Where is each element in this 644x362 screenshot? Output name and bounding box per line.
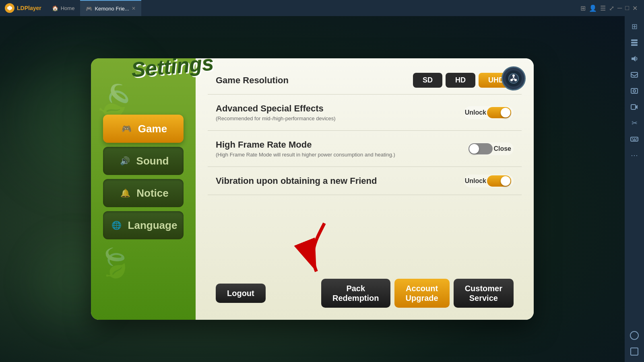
home-icon: 🏠 <box>52 5 58 11</box>
sidebar-record-icon[interactable] <box>627 100 642 114</box>
bottom-right-buttons: Pack Redemption Account Upgrade Customer… <box>321 279 514 308</box>
svg-point-15 <box>630 331 638 339</box>
resize-icon[interactable]: ⤢ <box>609 4 614 12</box>
game-tab-icon: 🎮 <box>86 6 92 12</box>
svg-rect-8 <box>631 105 636 109</box>
window-controls: ⊞ 👤 ☰ ⤢ ─ □ ✕ <box>580 4 644 12</box>
svg-rect-14 <box>633 140 636 140</box>
svg-rect-16 <box>631 348 638 355</box>
svg-rect-3 <box>631 44 638 46</box>
window-close-icon[interactable]: ✕ <box>632 4 638 12</box>
svg-point-7 <box>633 90 636 92</box>
settings-close-button[interactable] <box>502 66 526 90</box>
logout-button[interactable]: Logout <box>216 284 266 303</box>
tab-kemono[interactable]: 🎮 Kemono Frie... ✕ <box>80 0 141 16</box>
sound-nav-icon: 🔊 <box>118 154 132 168</box>
sidebar-volume-icon[interactable] <box>627 51 642 66</box>
notice-nav-icon: 🔔 <box>118 186 132 200</box>
nav-language-button[interactable]: 🌐 Language <box>103 211 184 239</box>
sidebar-circle-icon[interactable] <box>627 328 642 343</box>
vibration-row: Vibration upon obtaining a new Friend Un… <box>208 167 522 195</box>
sidebar-square-icon[interactable] <box>627 344 642 359</box>
special-effects-sub: (Recommended for mid-/high-performance d… <box>216 115 464 121</box>
special-effects-toggle-label: Unlock <box>465 109 486 116</box>
nav-notice-button[interactable]: 🔔 Notice <box>103 179 184 207</box>
frame-rate-label: High Frame Rate Mode <box>216 140 468 150</box>
logo-icon <box>5 3 14 13</box>
account-icon[interactable]: 👤 <box>589 4 597 12</box>
special-effects-row: Advanced Special Effects (Recommended fo… <box>208 95 522 131</box>
main-area: Settings 🍃 🎮 Game 🔊 <box>0 16 625 362</box>
toggle-knob <box>501 108 510 117</box>
settings-sidebar: 🍃 🎮 Game 🔊 Sound 🔔 Notice 🌐 Language 🍃 <box>91 58 196 320</box>
toggle-knob-2 <box>469 144 479 154</box>
account-upgrade-button[interactable]: Account Upgrade <box>394 279 450 308</box>
resolution-label: Game Resolution <box>216 75 289 86</box>
svg-rect-12 <box>634 138 635 139</box>
special-effects-toggle-wrap: Unlock <box>464 106 514 119</box>
settings-content: Game Resolution SD HD UHD Advanced Speci… <box>196 58 534 320</box>
svg-marker-4 <box>632 56 636 62</box>
sidebar-keyboard-icon[interactable] <box>627 132 642 146</box>
nav-sound-button[interactable]: 🔊 Sound <box>103 147 184 175</box>
svg-point-18 <box>512 74 515 77</box>
svg-rect-11 <box>632 138 633 139</box>
nav-game-button[interactable]: 🎮 Game <box>103 115 184 143</box>
frame-rate-toggle[interactable] <box>469 143 493 154</box>
hd-button[interactable]: HD <box>446 73 475 88</box>
sidebar-scissors-icon[interactable]: ✂ <box>627 116 642 130</box>
svg-rect-2 <box>631 42 638 43</box>
sidebar-grid-icon[interactable]: ⊞ <box>627 19 642 34</box>
resolution-buttons: SD HD UHD <box>413 73 514 88</box>
special-effects-toggle[interactable] <box>487 107 511 118</box>
frame-rate-toggle-wrap: Close <box>468 142 514 155</box>
sidebar-screenshot-icon[interactable] <box>627 84 642 98</box>
svg-rect-1 <box>631 39 638 41</box>
svg-rect-13 <box>636 138 637 139</box>
svg-marker-0 <box>7 6 12 10</box>
maximize-icon[interactable]: □ <box>625 4 629 12</box>
sidebar-table-icon[interactable] <box>627 35 642 50</box>
logo: LDPlayer <box>0 3 46 13</box>
settings-bottom: Logout Pack Redemption Account Upgrade C… <box>208 272 522 312</box>
special-effects-label: Advanced Special Effects <box>216 103 464 114</box>
tab-close-icon[interactable]: ✕ <box>132 6 136 11</box>
grid-icon[interactable]: ⊞ <box>580 4 586 12</box>
resolution-row: Game Resolution SD HD UHD <box>208 66 522 95</box>
frame-rate-sub: (High Frame Rate Mode will result in hig… <box>216 152 468 158</box>
svg-rect-6 <box>631 88 638 93</box>
vibration-toggle-label: Unlock <box>465 177 486 185</box>
pack-redemption-button[interactable]: Pack Redemption <box>321 279 390 308</box>
right-sidebar: ⊞ ✂ <box>625 16 644 362</box>
vibration-label: Vibration upon obtaining a new Friend <box>216 176 377 186</box>
tab-home[interactable]: 🏠 Home <box>46 0 80 16</box>
settings-modal: Settings 🍃 🎮 Game 🔊 <box>91 58 534 320</box>
language-nav-icon: 🌐 <box>109 218 124 232</box>
tab-bar: 🏠 Home 🎮 Kemono Frie... ✕ <box>46 0 141 16</box>
menu-icon[interactable]: ☰ <box>600 4 606 12</box>
frame-rate-row: High Frame Rate Mode (High Frame Rate Mo… <box>208 131 522 167</box>
vibration-toggle-wrap: Unlock <box>464 175 514 187</box>
sd-button[interactable]: SD <box>413 73 442 88</box>
frame-rate-toggle-label: Close <box>493 145 511 152</box>
spacer <box>208 195 522 272</box>
topbar: LDPlayer 🏠 Home 🎮 Kemono Frie... ✕ ⊞ 👤 ☰… <box>0 0 644 16</box>
toggle-knob-3 <box>501 176 510 186</box>
game-nav-icon: 🎮 <box>120 121 134 136</box>
minimize-icon[interactable]: ─ <box>617 4 622 12</box>
vibration-toggle[interactable] <box>487 175 511 187</box>
close-icon <box>506 70 522 86</box>
customer-service-button[interactable]: Customer Service <box>454 279 514 308</box>
sidebar-more-icon[interactable]: ⋯ <box>627 148 642 162</box>
sidebar-share-icon[interactable] <box>627 68 642 82</box>
